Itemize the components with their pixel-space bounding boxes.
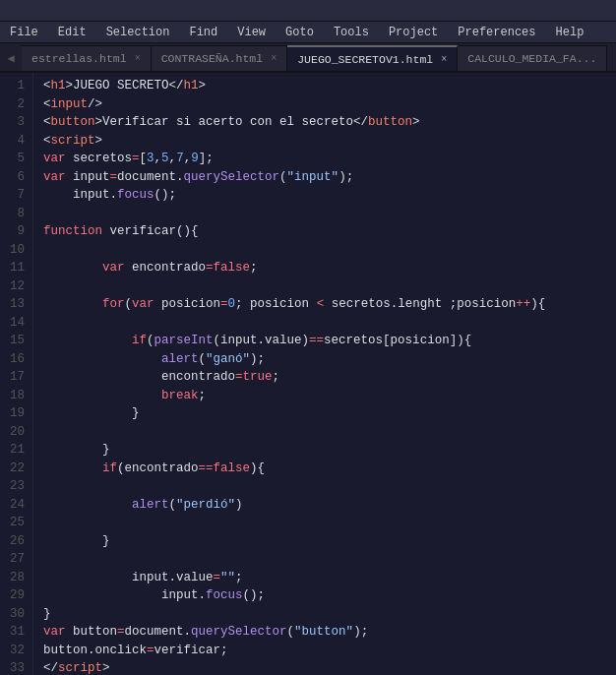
tab-close-0[interactable]: × xyxy=(135,53,141,64)
line-number: 27 xyxy=(4,550,25,569)
tab-label-2: JUEGO_SECRETOV1.html xyxy=(297,53,433,66)
code-line: } xyxy=(43,404,616,423)
line-number: 11 xyxy=(4,259,25,277)
code-line: var button=document.querySelector("butto… xyxy=(43,623,616,642)
tab-1[interactable]: CONTRASEÑA.html× xyxy=(152,45,288,71)
line-number: 19 xyxy=(4,404,25,423)
menu-item-help[interactable]: Help xyxy=(546,22,594,42)
line-number: 28 xyxy=(4,569,25,587)
tab-label-0: estrellas.html xyxy=(31,52,127,65)
menu-item-file[interactable]: File xyxy=(0,22,48,42)
code-line: } xyxy=(43,605,616,624)
tab-0[interactable]: estrellas.html× xyxy=(22,45,152,71)
line-number: 1 xyxy=(4,77,25,95)
code-content[interactable]: <h1>JUEGO SECRETO</h1><input/><button>Ve… xyxy=(33,73,616,675)
code-line: <input/> xyxy=(43,95,616,114)
line-number: 5 xyxy=(4,150,25,168)
code-line: var input=document.querySelector("input"… xyxy=(43,168,616,187)
line-number: 17 xyxy=(4,368,25,387)
line-number: 22 xyxy=(4,460,25,478)
code-line: alert("ganó"); xyxy=(43,350,616,369)
code-line xyxy=(43,277,616,296)
code-line xyxy=(43,241,616,260)
tab-scroll-left[interactable]: ◀ xyxy=(0,45,22,71)
tab-label-1: CONTRASEÑA.html xyxy=(161,52,264,65)
code-line: encontrado=true; xyxy=(43,368,616,387)
code-line: if(parseInt(input.value)==secretos[posic… xyxy=(43,332,616,350)
tab-close-1[interactable]: × xyxy=(271,53,277,64)
code-line: <script> xyxy=(43,132,616,151)
tab-close-2[interactable]: × xyxy=(441,54,447,65)
line-number: 21 xyxy=(4,441,25,460)
line-number: 16 xyxy=(4,350,25,369)
code-line: input.focus(); xyxy=(43,586,616,605)
menu-item-preferences[interactable]: Preferences xyxy=(448,22,545,42)
code-line: if(encontrado==false){ xyxy=(43,460,616,478)
tab-bar: ◀ estrellas.html×CONTRASEÑA.html×JUEGO_S… xyxy=(0,43,616,73)
menu-item-selection[interactable]: Selection xyxy=(96,22,180,42)
code-area: 1234567891011121314151617181920212223242… xyxy=(0,73,616,675)
line-number: 7 xyxy=(4,186,25,205)
code-line: break; xyxy=(43,387,616,405)
code-line: } xyxy=(43,532,616,551)
code-line xyxy=(43,550,616,569)
line-number: 10 xyxy=(4,241,25,260)
code-line: <button>Verificar si acerto con el secre… xyxy=(43,113,616,132)
code-line: var secretos=[3,5,7,9]; xyxy=(43,150,616,168)
code-line xyxy=(43,514,616,532)
tab-3[interactable]: CALCULO_MEDIA_FA... xyxy=(458,45,607,71)
code-line: input.focus(); xyxy=(43,186,616,205)
line-number: 33 xyxy=(4,659,25,675)
line-number: 31 xyxy=(4,623,25,642)
line-number: 30 xyxy=(4,605,25,624)
line-number: 13 xyxy=(4,295,25,314)
line-number: 26 xyxy=(4,532,25,551)
line-numbers: 1234567891011121314151617181920212223242… xyxy=(0,73,33,675)
line-number: 32 xyxy=(4,642,25,660)
menu-bar: FileEditSelectionFindViewGotoToolsProjec… xyxy=(0,22,616,43)
line-number: 6 xyxy=(4,168,25,187)
code-line: input.value=""; xyxy=(43,569,616,587)
tab-label-3: CALCULO_MEDIA_FA... xyxy=(467,52,596,65)
code-line xyxy=(43,314,616,333)
line-number: 25 xyxy=(4,514,25,532)
code-line xyxy=(43,205,616,223)
code-line: } xyxy=(43,441,616,460)
line-number: 4 xyxy=(4,132,25,151)
line-number: 3 xyxy=(4,113,25,132)
tab-2[interactable]: JUEGO_SECRETOV1.html× xyxy=(287,45,458,71)
menu-item-project[interactable]: Project xyxy=(379,22,448,42)
menu-item-tools[interactable]: Tools xyxy=(324,22,379,42)
title-bar xyxy=(0,0,616,22)
menu-item-goto[interactable]: Goto xyxy=(276,22,324,42)
code-line xyxy=(43,477,616,496)
line-number: 23 xyxy=(4,477,25,496)
line-number: 15 xyxy=(4,332,25,350)
line-number: 14 xyxy=(4,314,25,333)
code-line: for(var posicion=0; posicion < secretos.… xyxy=(43,295,616,314)
code-line: alert("perdió") xyxy=(43,496,616,515)
menu-item-edit[interactable]: Edit xyxy=(48,22,96,42)
menu-item-view[interactable]: View xyxy=(227,22,276,42)
line-number: 18 xyxy=(4,387,25,405)
line-number: 2 xyxy=(4,95,25,114)
code-line: <h1>JUEGO SECRETO</h1> xyxy=(43,77,616,95)
line-number: 9 xyxy=(4,222,25,241)
line-number: 29 xyxy=(4,586,25,605)
line-number: 24 xyxy=(4,496,25,515)
code-line: button.onclick=verificar; xyxy=(43,642,616,660)
menu-item-find[interactable]: Find xyxy=(179,22,227,42)
code-line: </script> xyxy=(43,659,616,675)
code-line: var encontrado=false; xyxy=(43,259,616,277)
code-line: function verificar(){ xyxy=(43,222,616,241)
code-line xyxy=(43,423,616,442)
line-number: 20 xyxy=(4,423,25,442)
line-number: 8 xyxy=(4,205,25,223)
line-number: 12 xyxy=(4,277,25,296)
